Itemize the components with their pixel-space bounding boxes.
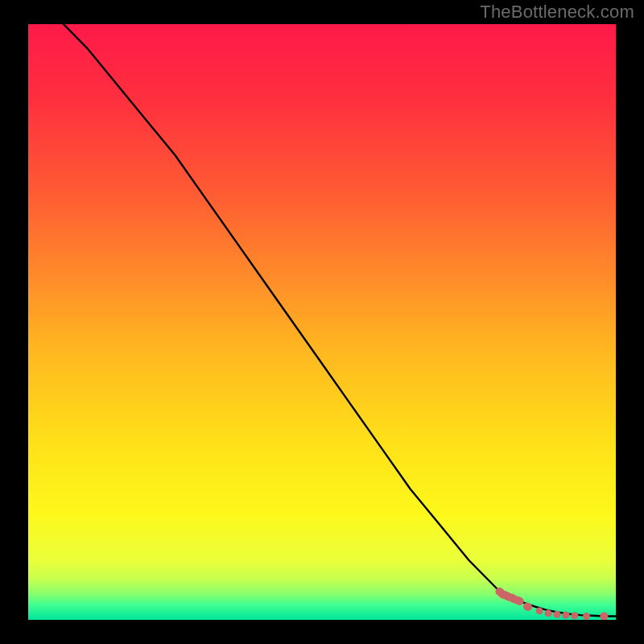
- watermark-text: TheBottleneck.com: [480, 2, 634, 23]
- highlight-dot: [536, 607, 543, 614]
- highlight-dot: [554, 611, 561, 618]
- highlight-dot: [562, 612, 569, 619]
- highlight-dot: [545, 609, 552, 617]
- highlight-dot: [600, 613, 608, 620]
- plot-area: [28, 24, 616, 620]
- highlight-dash: [522, 601, 533, 613]
- highlight-dot: [571, 612, 578, 619]
- highlight-dot: [583, 613, 590, 620]
- chart-frame: TheBottleneck.com: [0, 0, 644, 644]
- highlight-dots: [28, 24, 616, 620]
